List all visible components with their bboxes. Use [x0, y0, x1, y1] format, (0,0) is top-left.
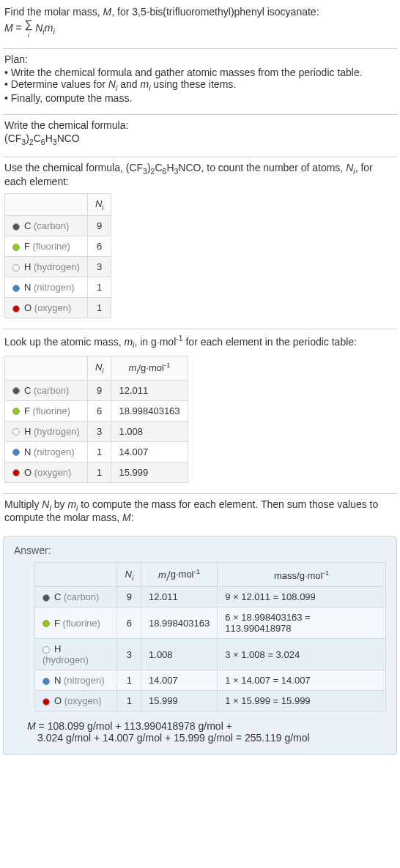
ni-cell: 1 [117, 691, 141, 711]
mi-cell: 12.011 [141, 587, 218, 607]
mass-cell: 9 × 12.011 = 108.099 [218, 587, 386, 607]
mi-cell: 14.007 [141, 670, 218, 691]
table-row: H (hydrogen)31.0083 × 1.008 = 3.024 [35, 639, 386, 670]
ni-cell: 1 [117, 670, 141, 691]
mass-section: Look up the atomic mass, mi, in g·mol-1 … [3, 331, 397, 491]
ni-cell: 3 [117, 639, 141, 670]
formula-section: Write the chemical formula: (CF3)2C6H3NC… [3, 116, 397, 155]
element-cell: F (fluorine) [35, 607, 117, 639]
divider [3, 329, 397, 329]
mass-cell: 6 × 18.998403163 = 113.990418978 [218, 607, 386, 639]
ct-mid: , to count the number of atoms, [201, 162, 346, 173]
count-table: Ni C (carbon)9F (fluorine)6H (hydrogen)3… [4, 193, 111, 319]
table-row: C (carbon)912.0119 × 12.011 = 108.099 [35, 587, 386, 607]
th-ni: Ni [87, 193, 111, 216]
intro-pre: Find the molar mass, [4, 6, 103, 18]
eq-sigma: ∑i [25, 19, 33, 38]
th-empty [5, 193, 88, 216]
intro-mid: , for 3,5-bis(trifluoromethyl)phenyl iso… [111, 6, 319, 18]
table-row: F (fluorine)618.9984031636 × 18.99840316… [35, 607, 386, 639]
table-row: O (oxygen)115.999 [5, 462, 188, 482]
element-swatch [42, 594, 50, 602]
ct-var: N [346, 162, 353, 173]
element-cell: O (oxygen) [5, 462, 88, 482]
f-part: (CF [4, 132, 21, 144]
element-swatch [42, 620, 50, 627]
answer-table: Ni mi/g·mol-1 mass/g·mol-1 C (carbon)912… [34, 562, 386, 711]
ni-cell: 3 [87, 257, 111, 277]
eq-n: N [35, 22, 42, 34]
final-line2: 3.024 g/mol + 14.007 g/mol + 15.999 g/mo… [37, 732, 310, 744]
plan-heading: Plan: [4, 53, 396, 65]
f-part: NCO [57, 132, 80, 144]
final-line1: = 108.099 g/mol + 113.990418978 g/mol + [39, 720, 232, 732]
mass-table: Ni mi/g·mol-1 C (carbon)912.011F (fluori… [4, 356, 188, 483]
mi-cell: 1.008 [111, 421, 188, 441]
table-row: C (carbon)9 [5, 216, 111, 236]
element-swatch [12, 428, 20, 435]
mass-text: Look up the atomic mass, mi, in g·mol-1 … [4, 334, 396, 349]
ni-cell: 9 [87, 216, 111, 236]
element-cell: C (carbon) [35, 587, 117, 607]
element-cell: F (fluorine) [5, 236, 88, 257]
sigma-symbol: ∑ [25, 18, 33, 30]
formula-heading: Write the chemical formula: [4, 119, 396, 131]
element-swatch [42, 678, 50, 685]
answer-box: Answer: Ni mi/g·mol-1 mass/g·mol-1 C (ca… [3, 536, 397, 755]
divider [3, 157, 397, 157]
sigma-sub: i [28, 31, 29, 39]
table-row: N (nitrogen)1 [5, 277, 111, 298]
table-row: C (carbon)912.011 [5, 380, 188, 400]
ni-cell: 9 [117, 587, 141, 607]
f-part: C [34, 132, 41, 144]
th-mass: mass/g·mol-1 [218, 563, 386, 587]
final-equation: M = 108.099 g/mol + 113.990418978 g/mol … [27, 720, 386, 744]
element-cell: O (oxygen) [35, 691, 117, 711]
th-ni: Ni [117, 563, 141, 587]
divider [3, 114, 397, 115]
ni-cell: 6 [117, 607, 141, 639]
chemical-formula: (CF3)2C6H3NCO [4, 132, 396, 146]
mi-cell: 15.999 [141, 691, 218, 711]
element-swatch [12, 387, 20, 394]
mi-cell: 12.011 [111, 380, 188, 400]
element-cell: C (carbon) [5, 216, 88, 236]
th-mi: mi/g·mol-1 [111, 356, 188, 380]
element-swatch [42, 698, 50, 706]
multiply-text: Multiply Ni by mi to compute the mass fo… [4, 498, 396, 524]
element-swatch [42, 646, 50, 654]
eq-m: m [45, 22, 53, 34]
element-cell: C (carbon) [5, 380, 88, 400]
ni-cell: 1 [87, 298, 111, 318]
th-ni: Ni [87, 356, 111, 380]
table-row: F (fluorine)6 [5, 236, 111, 257]
element-cell: N (nitrogen) [5, 277, 88, 298]
element-cell: N (nitrogen) [5, 441, 88, 462]
eq-eq: = [13, 22, 25, 34]
mi-cell: 14.007 [111, 441, 188, 462]
ni-cell: 9 [87, 380, 111, 400]
element-swatch [12, 264, 20, 272]
ni-cell: 3 [87, 421, 111, 441]
intro-section: Find the molar mass, M, for 3,5-bis(trif… [3, 3, 397, 47]
intro-var-m: M [103, 6, 112, 18]
mass-cell: 1 × 14.007 = 14.007 [218, 670, 386, 691]
count-section: Use the chemical formula, (CF3)2C6H3NCO,… [3, 159, 397, 327]
table-row: O (oxygen)115.9991 × 15.999 = 15.999 [35, 691, 386, 711]
element-swatch [12, 285, 20, 292]
element-swatch [12, 305, 20, 313]
ni-cell: 1 [87, 462, 111, 482]
element-cell: N (nitrogen) [35, 670, 117, 691]
mt-var: m [124, 336, 133, 348]
ni-cell: 1 [87, 441, 111, 462]
ni-cell: 1 [87, 277, 111, 298]
eq-m-sub: i [53, 27, 54, 36]
eq-lhs: M [4, 22, 13, 34]
element-swatch [12, 223, 20, 231]
element-swatch [12, 408, 20, 415]
f-part: H [45, 132, 53, 144]
count-text: Use the chemical formula, (CF3)2C6H3NCO,… [4, 162, 396, 187]
mt-post: for each element in the periodic table: [183, 336, 357, 348]
table-row: H (hydrogen)31.008 [5, 421, 188, 441]
th-empty [5, 356, 88, 380]
